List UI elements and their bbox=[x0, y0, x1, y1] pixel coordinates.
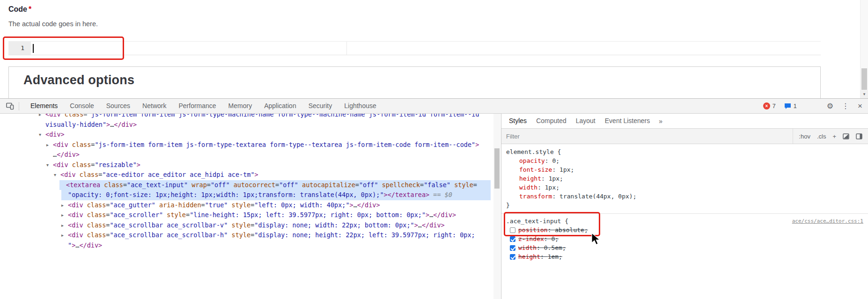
styles-toolbar-controls: :hov .cls + bbox=[793, 129, 868, 144]
page-scrollbar[interactable]: ▾ bbox=[860, 0, 868, 98]
ace-text-input-rule: .ace_text-input { ace/css/ace…ditor.css:… bbox=[501, 213, 868, 265]
screenshot-root: Code* The actual code goes in here. 1 Ad… bbox=[0, 0, 868, 299]
dom-node-markup: <div class="resizable"> bbox=[53, 160, 140, 170]
more-tabs-icon[interactable]: » bbox=[655, 117, 667, 125]
ace-code-editor[interactable]: 1 bbox=[8, 41, 821, 55]
disclosure-right-icon[interactable]: ▸ bbox=[61, 220, 68, 231]
tab-elements[interactable]: Elements bbox=[24, 99, 64, 113]
styles-filter-input[interactable] bbox=[501, 129, 793, 144]
dom-tree-line[interactable]: ">…</div> bbox=[0, 241, 501, 251]
style-property[interactable]: height: 1em; bbox=[506, 252, 863, 261]
line-number: 1 bbox=[21, 44, 24, 51]
dom-tree: ▸<div class="js-form-item form-item js-f… bbox=[0, 114, 501, 250]
dom-tree-line[interactable]: …</div> bbox=[0, 150, 501, 160]
disclosure-down-icon[interactable]: ▾ bbox=[46, 160, 53, 170]
style-property[interactable]: position: absolute; bbox=[506, 226, 863, 234]
devtools-body: ▸<div class="js-form-item form-item js-f… bbox=[0, 114, 868, 299]
advanced-options-title[interactable]: Advanced options bbox=[23, 73, 820, 88]
color-scheme-icon[interactable] bbox=[843, 133, 849, 139]
elements-tree-panel: ▸<div class="js-form-item form-item js-f… bbox=[0, 114, 501, 299]
dom-tree-line[interactable]: ▸<div class="ace_scroller" style="line-h… bbox=[0, 210, 501, 220]
disclosure-right-icon[interactable]: ▸ bbox=[39, 114, 45, 120]
tab-memory[interactable]: Memory bbox=[222, 99, 258, 113]
scroll-down-button[interactable]: ▾ bbox=[861, 90, 868, 98]
dom-tree-line[interactable]: ▾<div class="ace-editor ace_editor ace_h… bbox=[0, 170, 501, 180]
new-style-rule-button[interactable]: + bbox=[832, 133, 836, 140]
dom-node-markup: …</div> bbox=[53, 150, 80, 160]
tab-network[interactable]: Network bbox=[136, 99, 172, 113]
dom-tree-line[interactable]: "opacity: 0;font-size: 1px;height: 1px;w… bbox=[0, 190, 501, 200]
element-style-properties: opacity: 0;font-size: 1px;height: 1px;wi… bbox=[506, 156, 863, 201]
page-scrollbar-thumb[interactable] bbox=[861, 68, 867, 90]
tab-sources[interactable]: Sources bbox=[100, 99, 136, 113]
devtools-window: ElementsConsoleSourcesNetworkPerformance… bbox=[0, 98, 868, 299]
sidebar-tab-styles[interactable]: Styles bbox=[504, 114, 531, 128]
toggle-element-state-button[interactable]: :hov bbox=[799, 133, 810, 140]
tab-application[interactable]: Application bbox=[258, 99, 302, 113]
style-property[interactable]: z-index: 0; bbox=[506, 234, 863, 243]
ace-print-margin bbox=[346, 42, 347, 55]
settings-gear-icon[interactable]: ⚙ bbox=[827, 102, 833, 110]
sidebar-tab-computed[interactable]: Computed bbox=[531, 114, 571, 128]
open-brace: { bbox=[561, 217, 568, 226]
dom-tree-scrollbar[interactable] bbox=[493, 114, 500, 299]
devtools-toolbar-right: × 7 1 ⚙ ⋮ × bbox=[763, 102, 868, 110]
ace-text-input-rule-header[interactable]: .ace_text-input { ace/css/ace…ditor.css:… bbox=[506, 217, 863, 226]
style-property[interactable]: transform: translate(44px, 0px); bbox=[506, 192, 863, 201]
property-declaration: height: 1em; bbox=[518, 252, 562, 261]
stylesheet-source-link[interactable]: ace/css/ace…ditor.css:1 bbox=[792, 217, 863, 226]
dom-tree-line[interactable]: ▸<div class="ace_scrollbar ace_scrollbar… bbox=[0, 220, 501, 231]
dom-tree-line[interactable]: ▸<div class="ace_gutter" aria-hidden="tr… bbox=[0, 200, 501, 211]
tab-lighthouse[interactable]: Lighthouse bbox=[338, 99, 383, 113]
property-checkbox[interactable] bbox=[510, 236, 515, 242]
ace-text-input-rule-properties: position: absolute;z-index: 0;width: 0.5… bbox=[506, 226, 863, 261]
toolbar-spacer bbox=[805, 106, 818, 106]
close-devtools-icon[interactable]: × bbox=[858, 102, 862, 110]
dom-tree-line[interactable]: ▾<div> bbox=[0, 130, 501, 140]
tab-performance[interactable]: Performance bbox=[172, 99, 222, 113]
dom-node-markup: ">…</div> bbox=[68, 241, 102, 251]
tab-security[interactable]: Security bbox=[302, 99, 338, 113]
disclosure-right-icon[interactable]: ▸ bbox=[61, 230, 68, 241]
message-bubble-icon bbox=[784, 103, 791, 109]
rule-selector: element.style bbox=[506, 147, 554, 156]
style-property[interactable]: width: 0.5em; bbox=[506, 243, 863, 252]
message-badge[interactable]: 1 bbox=[784, 103, 797, 109]
indent-spacer bbox=[46, 150, 53, 160]
more-options-icon[interactable]: ⋮ bbox=[842, 102, 849, 110]
code-field-description: The actual code goes in here. bbox=[8, 20, 98, 28]
property-checkbox[interactable] bbox=[510, 245, 515, 251]
style-property[interactable]: opacity: 0; bbox=[506, 156, 863, 165]
dom-tree-line[interactable]: <textarea class="ace_text-input" wrap="o… bbox=[0, 180, 501, 190]
tab-console[interactable]: Console bbox=[64, 99, 100, 113]
toggle-device-toolbar-button[interactable] bbox=[2, 99, 17, 113]
sidebar-tab-layout[interactable]: Layout bbox=[571, 114, 600, 128]
indent-spacer bbox=[61, 241, 68, 251]
sidebar-tab-event-listeners[interactable]: Event Listeners bbox=[600, 114, 655, 128]
style-property[interactable]: height: 1px; bbox=[506, 174, 863, 183]
error-badge[interactable]: × 7 bbox=[763, 102, 776, 109]
dom-tree-line[interactable]: ▾<div class="resizable"> bbox=[0, 160, 501, 170]
property-declaration: width: 0.5em; bbox=[518, 243, 566, 252]
disclosure-down-icon[interactable]: ▾ bbox=[39, 130, 45, 140]
element-style-header[interactable]: element.style { bbox=[506, 147, 863, 156]
dom-tree-line[interactable]: ▸<div class="js-form-item form-item js-f… bbox=[0, 114, 501, 120]
dom-tree-line[interactable]: ▸<div class="ace_scrollbar ace_scrollbar… bbox=[0, 230, 501, 241]
disclosure-down-icon[interactable]: ▾ bbox=[54, 170, 60, 180]
dom-node-markup: <textarea class="ace_text-input" wrap="o… bbox=[66, 180, 491, 190]
property-checkbox[interactable] bbox=[510, 227, 515, 233]
disclosure-right-icon[interactable]: ▸ bbox=[61, 210, 68, 220]
property-checkbox[interactable] bbox=[510, 254, 515, 260]
dom-tree-line[interactable]: ▸<div class="js-form-item form-item js-f… bbox=[0, 140, 501, 150]
dom-tree-line[interactable]: visually-hidden">…</div> bbox=[0, 120, 501, 130]
dom-node-markup: "opacity: 0;font-size: 1px;height: 1px;w… bbox=[68, 190, 491, 200]
dom-tree-scrollbar-thumb[interactable] bbox=[494, 148, 500, 189]
mouse-cursor bbox=[591, 233, 602, 247]
toggle-class-button[interactable]: .cls bbox=[817, 133, 826, 140]
disclosure-right-icon[interactable]: ▸ bbox=[46, 140, 53, 150]
computed-sidebar-toggle-icon[interactable] bbox=[856, 133, 862, 139]
style-property[interactable]: font-size: 1px; bbox=[506, 165, 863, 174]
style-property[interactable]: width: 1px; bbox=[506, 183, 863, 192]
dom-node-markup: <div class="ace_scroller" style="line-he… bbox=[68, 210, 456, 220]
disclosure-right-icon[interactable]: ▸ bbox=[61, 200, 68, 211]
